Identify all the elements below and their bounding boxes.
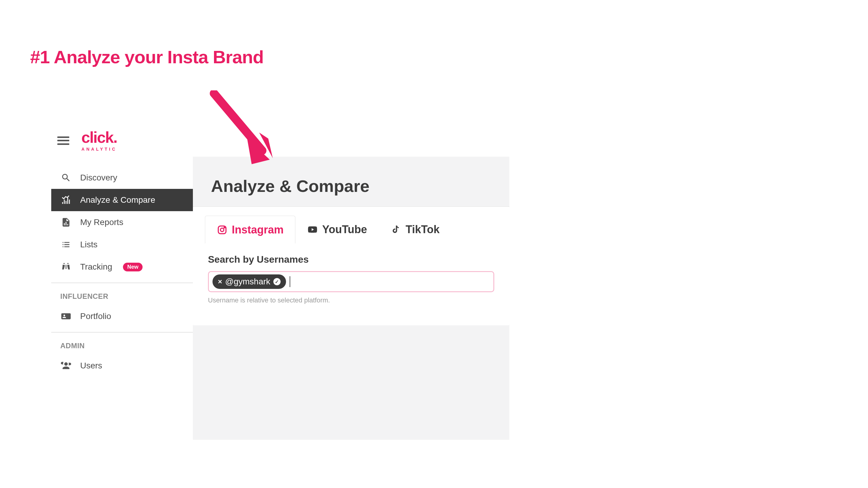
search-section: Search by Usernames × @gymshark ✓ Userna… (193, 243, 509, 325)
report-icon (60, 217, 72, 228)
search-label: Search by Usernames (208, 254, 494, 265)
tab-label: Instagram (232, 224, 284, 236)
nav-label: Lists (80, 240, 98, 250)
nav-admin: Users (51, 355, 193, 377)
section-header-admin: ADMIN (51, 332, 193, 355)
arrow-annotation-icon (208, 90, 280, 169)
instagram-icon (217, 224, 227, 235)
sidebar-item-analyze-compare[interactable]: Analyze & Compare (51, 189, 193, 211)
main-content: Analyze & Compare Instagram YouTube (193, 157, 509, 440)
section-header-influencer: INFLUENCER (51, 283, 193, 305)
sidebar-item-discovery[interactable]: Discovery (51, 167, 193, 189)
tab-label: YouTube (322, 223, 367, 236)
app-window: click. ANALYTIC Discovery Analyze & Comp… (51, 121, 509, 440)
tab-tiktok[interactable]: TikTok (379, 216, 452, 243)
nav-label: Portfolio (80, 312, 111, 321)
sidebar: click. ANALYTIC Discovery Analyze & Comp… (51, 121, 193, 440)
nav-influencer: Portfolio (51, 305, 193, 327)
username-chip[interactable]: × @gymshark ✓ (213, 274, 286, 289)
list-icon (60, 239, 72, 250)
nav-label: Discovery (80, 173, 117, 183)
sidebar-item-tracking[interactable]: Tracking New (51, 256, 193, 278)
tiktok-icon (391, 224, 401, 235)
verified-icon: ✓ (273, 278, 281, 285)
youtube-icon (307, 224, 318, 235)
tab-label: TikTok (406, 223, 440, 236)
nav-label: Tracking (80, 262, 112, 272)
username-search-input[interactable]: × @gymshark ✓ (208, 271, 494, 292)
sidebar-item-users[interactable]: Users (51, 355, 193, 377)
hamburger-icon[interactable] (57, 136, 69, 145)
sidebar-item-portfolio[interactable]: Portfolio (51, 305, 193, 327)
sidebar-item-lists[interactable]: Lists (51, 233, 193, 256)
search-card: Instagram YouTube TikTok Search by U (193, 207, 509, 325)
logo-subtitle: ANALYTIC (82, 147, 117, 152)
platform-tabs: Instagram YouTube TikTok (193, 207, 509, 243)
annotation-title: #1 Analyze your Insta Brand (30, 47, 264, 67)
sidebar-header: click. ANALYTIC (51, 121, 193, 167)
chip-remove-icon[interactable]: × (218, 278, 222, 286)
users-icon (60, 360, 72, 371)
text-cursor (290, 276, 290, 287)
chip-text: @gymshark (225, 277, 270, 287)
logo-text: click. (82, 130, 117, 145)
nav-label: My Reports (80, 218, 123, 227)
analytics-icon (60, 194, 72, 206)
nav-label: Analyze & Compare (80, 195, 155, 205)
tab-instagram[interactable]: Instagram (205, 216, 296, 243)
nav-primary: Discovery Analyze & Compare My Reports L… (51, 167, 193, 278)
nav-label: Users (80, 361, 102, 370)
new-badge: New (123, 263, 143, 271)
svg-point-1 (220, 228, 224, 231)
binoculars-icon (60, 261, 72, 272)
search-hint: Username is relative to selected platfor… (208, 296, 494, 304)
sidebar-item-my-reports[interactable]: My Reports (51, 211, 193, 233)
tab-youtube[interactable]: YouTube (296, 216, 379, 243)
logo[interactable]: click. ANALYTIC (82, 130, 117, 152)
search-icon (60, 172, 72, 184)
svg-point-2 (224, 227, 225, 228)
id-card-icon (60, 311, 72, 322)
